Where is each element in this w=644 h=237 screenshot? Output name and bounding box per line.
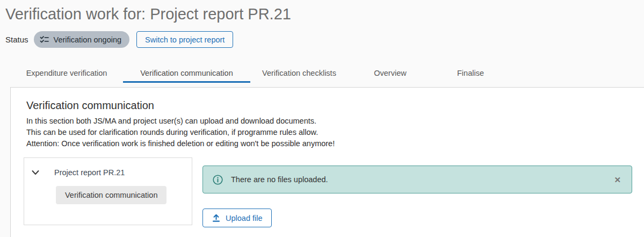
tree-root-label[interactable]: Project report PR.21 <box>54 168 125 177</box>
no-files-banner: There are no files uploaded. ✕ <box>202 166 632 193</box>
upload-icon <box>212 213 221 222</box>
section-heading: Verification communication <box>26 99 644 112</box>
banner-message: There are no files uploaded. <box>231 175 328 184</box>
report-tree-card: Project report PR.21 Verification commun… <box>24 157 192 225</box>
page-title: Verification work for: Project report PR… <box>0 0 644 23</box>
upload-file-button[interactable]: Upload file <box>202 209 272 227</box>
status-row: Status Verification ongoing Switch to pr… <box>5 31 644 48</box>
verification-communication-panel: Verification communication In this secti… <box>10 87 644 237</box>
tab-overview[interactable]: Overview <box>348 63 432 83</box>
description-line: This can be used for clarification round… <box>26 127 644 138</box>
info-icon <box>213 175 223 185</box>
tab-expenditure-verification[interactable]: Expenditure verification <box>10 63 123 83</box>
content-row: Project report PR.21 Verification commun… <box>24 157 644 227</box>
status-badge-label: Verification ongoing <box>54 35 122 44</box>
tab-verification-communication[interactable]: Verification communication <box>123 63 250 83</box>
status-label: Status <box>5 35 28 44</box>
file-section: There are no files uploaded. ✕ Upload fi… <box>202 157 644 227</box>
switch-to-project-report-button[interactable]: Switch to project report <box>136 31 233 48</box>
section-description: In this section both JS/MA and project u… <box>26 116 644 149</box>
tree-root-row: Project report PR.21 <box>32 167 192 178</box>
status-badge: Verification ongoing <box>34 31 130 48</box>
description-line: In this section both JS/MA and project u… <box>26 116 644 127</box>
description-line: Attention: Once verification work is fin… <box>26 138 644 149</box>
tree-item-verification-communication[interactable]: Verification communication <box>56 186 167 204</box>
upload-button-label: Upload file <box>226 214 263 222</box>
checklist-icon <box>40 35 49 45</box>
close-icon[interactable]: ✕ <box>614 176 621 184</box>
tab-bar: Expenditure verification Verification co… <box>10 63 644 83</box>
chevron-down-icon[interactable] <box>32 170 40 175</box>
tab-verification-checklists[interactable]: Verification checklists <box>250 63 348 83</box>
tab-finalise[interactable]: Finalise <box>432 63 509 83</box>
